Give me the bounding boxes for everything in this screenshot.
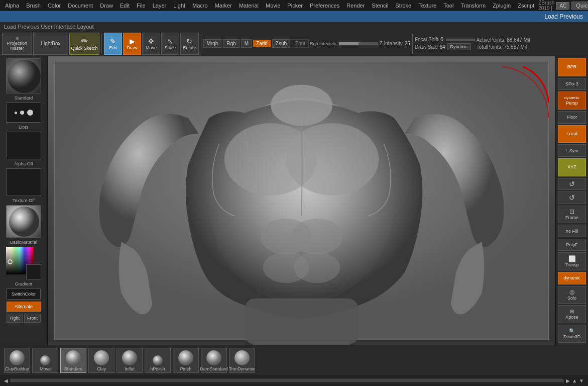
menu-zscript[interactable]: Zscript [515, 2, 537, 10]
scroll-down-button[interactable]: ▼ [579, 378, 584, 383]
lightbox-button[interactable]: LightBox [33, 33, 68, 55]
menu-texture[interactable]: Texture [415, 2, 439, 10]
brush-standard[interactable]: Standard [60, 348, 86, 373]
polyf-button[interactable]: PolyF [558, 239, 586, 251]
menu-brush[interactable]: Brush [23, 2, 44, 10]
frame-button[interactable]: ⊡ Frame [558, 206, 586, 224]
m-button[interactable]: M [241, 39, 252, 48]
menu-layer[interactable]: Layer [150, 2, 170, 10]
zoom3d-button[interactable]: 🔍 Zoom3D [558, 325, 586, 343]
rotate-y-button[interactable]: ↺ [558, 191, 586, 204]
bottom-slider-track[interactable] [10, 378, 564, 382]
projection-master-button[interactable]: ⊞ Projection Master [2, 33, 32, 55]
brush-ball-clay [94, 350, 109, 365]
menu-picker[interactable]: Picker [284, 2, 306, 10]
left-sidebar: Standard Dots Alpha Off Texture Off [0, 56, 48, 345]
transp-button[interactable]: ⬜ Transp [558, 252, 586, 270]
alpha-off-label: Alpha Off [14, 161, 33, 166]
spix-button[interactable]: SPix 3 [558, 78, 586, 90]
front-button[interactable]: Front [24, 314, 41, 323]
menu-render[interactable]: Render [343, 2, 368, 10]
lsym-button[interactable]: L.Sym [558, 144, 586, 157]
focal-shift-row: Focal Shift 0 [415, 37, 476, 42]
brush-hpolish[interactable]: hPolish [145, 348, 171, 373]
menu-light[interactable]: Light [170, 2, 188, 10]
app-title: ZBrush 2019 [ [538, 0, 554, 11]
focal-drawsize-area: Focal Shift 0 Draw Size 64 Dynamic [415, 37, 476, 50]
quicksave-button[interactable]: QuickSave [571, 2, 588, 10]
brush-pinch[interactable]: Pinch [173, 348, 199, 373]
dynamic-persp-button[interactable]: dynamic Persp [558, 91, 586, 110]
svg-point-16 [271, 84, 332, 126]
rgb-intensity-track[interactable] [338, 42, 379, 46]
mrgb-button[interactable]: Mrgb [203, 39, 222, 48]
menu-transform[interactable]: Transform [457, 2, 489, 10]
scroll-up-button[interactable]: ▲ [572, 378, 577, 383]
zout-button[interactable]: Zout [292, 39, 309, 48]
brush-claybuildup[interactable]: ClayBuildup [4, 348, 30, 373]
dynamic2-button[interactable]: dynamic [558, 272, 586, 284]
draw-button[interactable]: ▶ Draw [123, 33, 141, 55]
menu-draw[interactable]: Draw [97, 2, 116, 10]
menu-stroke[interactable]: Stroke [392, 2, 414, 10]
canvas-area[interactable] [48, 56, 555, 345]
scroll-left-button[interactable]: ◀ [4, 378, 8, 383]
separator-3 [412, 34, 413, 54]
edit-button[interactable]: ✎ Edit [104, 33, 122, 55]
scale-button[interactable]: ⤡ Scale [161, 33, 179, 55]
brush-damstandard[interactable]: DamStandard [201, 348, 227, 373]
brush-inflat[interactable]: Inflat [116, 348, 143, 373]
zsub-button[interactable]: Zsub [272, 39, 290, 48]
menu-color[interactable]: Color [45, 2, 64, 10]
focal-shift-slider[interactable] [445, 38, 476, 41]
menu-material[interactable]: Material [236, 2, 262, 10]
brush-move[interactable]: Move [32, 348, 58, 373]
move-button[interactable]: ✥ Move [142, 33, 160, 55]
alpha-preview[interactable] [6, 132, 41, 159]
rgb-button[interactable]: Rgb [223, 39, 239, 48]
brush-preview[interactable] [6, 58, 41, 93]
local-button[interactable]: Local [558, 125, 586, 143]
menu-edit[interactable]: Edit [117, 2, 133, 10]
menu-file[interactable]: File [134, 2, 149, 10]
menu-marker[interactable]: Marker [212, 2, 235, 10]
menu-stencil[interactable]: Stencil [369, 2, 391, 10]
zadd-button[interactable]: Zadd [253, 40, 271, 47]
brush-trimdynamic[interactable]: TrimDynamic [229, 348, 255, 373]
rotate-x-button[interactable]: ↺ [558, 178, 586, 190]
menu-movie[interactable]: Movie [263, 2, 283, 10]
floor-button[interactable]: Floor [558, 111, 586, 124]
brush-clay[interactable]: Clay [88, 348, 114, 373]
dots-label: Dots [19, 125, 29, 130]
basic-material-label: BasicMaterial [10, 240, 37, 245]
solo-button[interactable]: ◎ Solo [558, 286, 586, 304]
dots-preview[interactable] [6, 103, 41, 123]
xyz-button[interactable]: XYZ [558, 158, 586, 176]
menu-document[interactable]: Document [65, 2, 96, 10]
menu-preferences[interactable]: Preferences [307, 2, 342, 10]
texture-preview[interactable] [6, 168, 41, 196]
ac-button[interactable]: AC [556, 2, 569, 10]
color-swatch-small[interactable] [26, 264, 41, 279]
svg-rect-17 [245, 299, 359, 345]
rght-button[interactable]: Rght [7, 314, 23, 323]
load-previous-bar[interactable]: Load Previous [0, 11, 588, 22]
bpr-button[interactable]: BPR [558, 58, 586, 76]
menu-zplugin[interactable]: Zplugin [490, 2, 514, 10]
dynamic-button[interactable]: Dynamic [447, 43, 471, 50]
scroll-right-button[interactable]: ▶ [566, 378, 570, 383]
menu-tool[interactable]: Tool [440, 2, 456, 10]
dot-medium [20, 111, 24, 115]
brush-ball-trimdynamic [234, 350, 250, 365]
no-fill-button[interactable]: no Fill [558, 225, 586, 237]
color-picker[interactable] [6, 247, 41, 279]
rgb-intensity-slider[interactable]: Rgb Intensity [310, 41, 379, 46]
menu-alpha[interactable]: Alpha [2, 2, 22, 10]
quick-sketch-button[interactable]: ✏ Quick Sketch [69, 33, 99, 55]
switch-color-button[interactable]: SwitchColor [7, 288, 41, 300]
menu-macro[interactable]: Macro [189, 2, 211, 10]
alternate-button[interactable]: Alternate [7, 302, 41, 312]
rotate-button[interactable]: ↻ Rotate [180, 33, 199, 55]
xpose-button[interactable]: ⊞ Xpose [558, 305, 586, 323]
material-ball[interactable] [6, 205, 41, 238]
